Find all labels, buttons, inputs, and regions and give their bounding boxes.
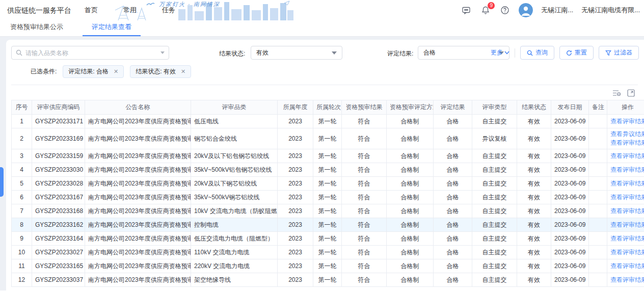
cell-index: 3 — [12, 149, 32, 163]
cell-remark — [589, 149, 607, 163]
table-row[interactable]: 11 GYSZP20233165 南方电网公司2023年度供应商资格预审公告 2… — [12, 259, 644, 273]
view-result-link[interactable]: 查看评审结果 — [610, 193, 644, 202]
cell-announcement-name: 南方电网公司2023年度供应商资格预审公告 — [85, 149, 191, 163]
table-row[interactable]: 10 GYSZP20233027 南方电网公司2023年度供应商资格预审公告 1… — [12, 246, 644, 259]
cell-year: 2023 — [278, 177, 313, 191]
cell-actions: 查看评审结果 — [607, 163, 644, 177]
category-search-combobox[interactable] — [11, 46, 169, 60]
table-row[interactable]: 5 GYSZP20233028 南方电网公司2023年度供应商资格预审公告 20… — [12, 177, 644, 191]
table-row[interactable]: 8 GYSZP20233162 南方电网公司2023年度供应商资格预审公告 控制… — [12, 218, 644, 232]
cell-prequal-result: 符合 — [342, 191, 387, 204]
column-settings-icon[interactable] — [612, 89, 621, 97]
cell-actions: 查看评审结果 — [607, 232, 644, 246]
cell-eval-result: 合格 — [434, 177, 472, 191]
tab-evaluation-results[interactable]: 评定结果查看 — [89, 22, 135, 36]
remove-tag-icon[interactable]: ✕ — [114, 68, 118, 75]
search-icon — [16, 49, 22, 56]
table-row[interactable]: 1 GYSZP20233171 南方电网公司2023年度供应商资格预审公告 低压… — [12, 115, 644, 128]
nav-item-common[interactable]: 常用 — [120, 6, 140, 15]
column-header: 公告名称 — [85, 100, 191, 115]
cell-index: 10 — [12, 246, 32, 259]
cell-round: 第一轮 — [313, 259, 342, 273]
cell-eval-result: 合格 — [434, 232, 472, 246]
view-result-link[interactable]: 查看评审结果 — [610, 276, 644, 284]
selected-conditions-row: 已选条件: 评定结果: 合格 ✕ 结果状态: 有效 ✕ — [6, 63, 644, 80]
query-button[interactable]: 查询 — [520, 46, 554, 60]
cell-result-status: 有效 — [517, 191, 551, 204]
cell-remark — [589, 218, 607, 232]
view-result-link[interactable]: 查看评审结果 — [610, 166, 644, 174]
view-result-link[interactable]: 查看评审结果 — [610, 179, 644, 188]
view-result-link[interactable]: 查看评审结果 — [610, 152, 644, 161]
company-name[interactable]: 无锡江南电缆有限... — [581, 6, 640, 15]
view-result-link[interactable]: 查看评审结果 — [610, 234, 644, 243]
user-avatar[interactable] — [519, 3, 533, 17]
user-name[interactable]: 无锡江南... — [541, 6, 573, 15]
cell-remark — [589, 232, 607, 246]
table-row[interactable]: 6 GYSZP20233167 南方电网公司2023年度供应商资格预审公告 35… — [12, 191, 644, 204]
table-row[interactable]: 2 GYSZP20233169 南方电网公司2023年度供应商资格预审公告 钢芯… — [12, 128, 644, 149]
column-header: 评定结果 — [434, 100, 472, 115]
cell-round: 第一轮 — [313, 163, 342, 177]
table-row[interactable]: 12 GYSZP20233037 南方电网公司2023年度供应商资格预审公告 架… — [12, 273, 644, 287]
cell-prequal-result: 符合 — [342, 218, 387, 232]
fullscreen-icon[interactable] — [627, 89, 635, 97]
cell-supplier-code: GYSZP20233037 — [32, 273, 85, 287]
cell-review-category: 110kV 交流电力电缆 — [191, 246, 278, 259]
cell-prequal-result: 符合 — [342, 246, 387, 259]
table-row[interactable]: 3 GYSZP20233159 南方电网公司2023年度供应商资格预审公告 20… — [12, 149, 644, 163]
help-icon[interactable] — [499, 5, 511, 16]
filter-button[interactable]: 过滤器 — [599, 46, 639, 60]
view-result-link[interactable]: 查看评审结果 — [610, 248, 644, 257]
table-row[interactable]: 4 GYSZP20233030 南方电网公司2023年度供应商资格预审公告 35… — [12, 163, 644, 177]
nav-item-home[interactable]: 首页 — [82, 6, 101, 15]
drawer-toggle-handle[interactable] — [0, 167, 4, 197]
cell-supplier-code: GYSZP20233171 — [32, 115, 85, 128]
cell-review-type: 自主提交 — [472, 191, 517, 204]
cell-year: 2023 — [278, 218, 313, 232]
cell-publish-date: 2023-06-09 — [551, 191, 589, 204]
cell-round: 第一轮 — [313, 218, 342, 232]
column-header: 资格预审评定方式 — [387, 100, 434, 115]
cell-publish-date: 2023-06-09 — [551, 177, 589, 191]
view-result-link[interactable]: 查看评审结果 — [610, 117, 644, 126]
result-status-select[interactable]: 有效 — [251, 46, 342, 60]
view-result-link[interactable]: 查看评审结果 — [610, 221, 644, 229]
column-header: 序号 — [12, 100, 32, 115]
notifications-bell-icon[interactable]: 9 — [480, 5, 491, 16]
cell-review-type: 自主提交 — [472, 149, 517, 163]
view-result-link[interactable]: 查看评审结果 — [610, 139, 644, 147]
cell-announcement-name: 南方电网公司2023年度供应商资格预审公告 — [85, 115, 191, 128]
cell-remark — [589, 128, 607, 149]
cell-year: 2023 — [278, 115, 313, 128]
view-result-link[interactable]: 查看异议结果 — [610, 130, 644, 139]
table-row[interactable]: 9 GYSZP20233164 南方电网公司2023年度供应商资格预审公告 低压… — [12, 232, 644, 246]
cell-supplier-code: GYSZP20233165 — [32, 259, 85, 273]
table-header-row: 序号评审供应商编码公告名称评审品类所属年度所属轮次资格预审结果资格预审评定方式评… — [12, 100, 644, 115]
cell-publish-date: 2023-06-09 — [551, 259, 589, 273]
cell-review-type: 自主提交 — [472, 204, 517, 218]
cell-publish-date: 2023-06-09 — [551, 232, 589, 246]
messages-icon[interactable] — [461, 5, 472, 16]
table-row[interactable]: 7 GYSZP20233168 南方电网公司2023年度供应商资格预审公告 10… — [12, 204, 644, 218]
more-filters-link[interactable]: 更多 — [491, 48, 509, 57]
cell-publish-date: 2023-06-09 — [551, 246, 589, 259]
cell-year: 2023 — [278, 163, 313, 177]
cell-actions: 查看评审结果 — [607, 246, 644, 259]
cell-result-status: 有效 — [517, 163, 551, 177]
tab-prequalification-results[interactable]: 资格预审结果公示 — [7, 22, 66, 36]
cell-review-type: 自主提交 — [472, 259, 517, 273]
cell-year: 2023 — [278, 149, 313, 163]
view-result-link[interactable]: 查看评审结果 — [610, 207, 644, 216]
view-result-link[interactable]: 查看评审结果 — [610, 262, 644, 271]
category-search-input[interactable] — [25, 49, 157, 57]
cell-actions: 查看评审结果 — [607, 273, 644, 287]
cell-actions: 查看异议结果查看评审结果 — [607, 128, 644, 149]
cell-review-category: 35kV~500kV钢芯铝绞线 — [191, 191, 278, 204]
cell-review-category: 控制电缆 — [191, 218, 278, 232]
cell-publish-date: 2023-06-09 — [551, 115, 589, 128]
nav-item-tasks[interactable]: 任务 — [159, 6, 178, 15]
remove-tag-icon[interactable]: ✕ — [181, 68, 185, 75]
reset-button[interactable]: 重置 — [559, 46, 594, 60]
column-header: 发布日期 — [551, 100, 589, 115]
